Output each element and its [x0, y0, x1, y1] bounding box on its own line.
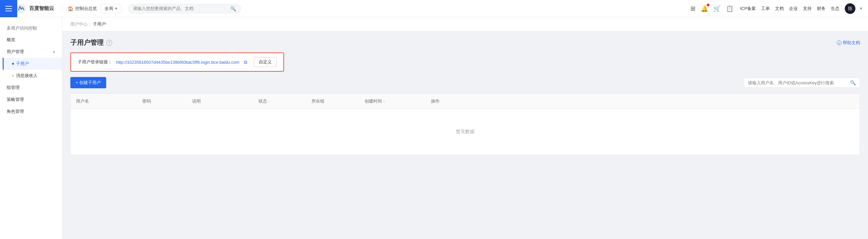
breadcrumb-current: 子用户 [93, 21, 106, 27]
help-question-icon[interactable]: ? [106, 40, 112, 46]
user-table: 用户名 密码 说明 状态 ↓ 所在组 [70, 94, 860, 155]
table-header-password: 密码 [137, 94, 187, 109]
status-sort-icon: ↓ [269, 99, 270, 103]
logo-area: 百度智能云 [16, 3, 54, 14]
sidebar-group-label: 用户管理 [7, 49, 24, 55]
login-link-label: 子用户登录链接： [78, 59, 112, 65]
customize-button[interactable]: 自定义 [254, 57, 277, 67]
svg-text:i: i [839, 41, 840, 45]
scope-chevron-icon: ▼ [115, 7, 118, 10]
orders-icon[interactable]: 📋 [726, 5, 733, 12]
user-search-input[interactable] [748, 80, 847, 85]
user-search-icon[interactable]: 🔍 [850, 80, 856, 85]
search-icon: 🔍 [230, 6, 236, 11]
table-header-description: 说明 [187, 94, 253, 109]
table-header-status[interactable]: 状态 ↓ [253, 94, 306, 109]
page-title: 子用户管理 [70, 38, 103, 47]
page-title-left: 子用户管理 ? [70, 38, 112, 47]
sidebar-sub-user-management: 子用户 消息接收人 [0, 58, 62, 82]
hamburger-button[interactable] [0, 0, 17, 17]
sidebar-group-user-management[interactable]: 用户管理 ∧ [0, 46, 62, 58]
sidebar-section-access-control: 多用户访问控制 [0, 23, 62, 34]
nav-text-links: ICP备案 工单 文档 企业 支持 财务 生态 [740, 6, 839, 11]
page-title-row: 子用户管理 ? i 帮助文档 [70, 38, 860, 47]
nav-link-enterprise[interactable]: 企业 [789, 6, 798, 11]
nav-divider-1 [62, 5, 62, 12]
breadcrumb-separator: / [90, 22, 91, 27]
main-layout: 多用户访问控制 概览 用户管理 ∧ 子用户 消息接收人 组管理 策略管理 角色管… [0, 17, 868, 239]
sidebar-message-receiver-label: 消息接收人 [16, 73, 37, 79]
help-doc-link[interactable]: i 帮助文档 [837, 40, 860, 46]
sidebar-subuser-label: 子用户 [16, 61, 29, 67]
nav-icon-group: ⊞ 🔔 🛒 📋 [690, 5, 733, 12]
top-navigation: 百度智能云 🏠 控制台总览 全局 ▼ 🔍 ⊞ 🔔 🛒 📋 ICP备案 工单 文档… [0, 0, 868, 17]
sidebar-item-group-management[interactable]: 组管理 [0, 82, 62, 94]
content-area: 子用户管理 ? i 帮助文档 子用户登录链接： http://332356165… [62, 32, 868, 162]
nav-link-support[interactable]: 支持 [803, 6, 812, 11]
control-center-label: 控制台总览 [75, 6, 97, 11]
svg-point-2 [22, 7, 23, 8]
login-link-box: 子用户登录链接： http://33235616507d4435be139bf6… [70, 53, 284, 72]
scope-label: 全局 [104, 6, 113, 11]
sidebar-item-subuser[interactable]: 子用户 [3, 58, 62, 70]
sidebar-expand-icon: ∧ [53, 50, 55, 54]
action-row: + 创建子用户 🔍 [70, 77, 860, 88]
sidebar: 多用户访问控制 概览 用户管理 ∧ 子用户 消息接收人 组管理 策略管理 角色管… [0, 17, 62, 239]
info-icon: i [837, 40, 841, 45]
created-time-sort-icon: ↕ [383, 99, 385, 103]
active-dot [12, 63, 14, 65]
table-header: 用户名 密码 说明 状态 ↓ 所在组 [71, 94, 860, 109]
sidebar-role-label: 角色管理 [7, 109, 24, 115]
hamburger-icon [3, 3, 14, 14]
nav-link-icp[interactable]: ICP备案 [740, 6, 756, 11]
sidebar-policy-label: 策略管理 [7, 97, 24, 102]
user-avatar[interactable]: 陈 [845, 3, 856, 14]
notification-badge [707, 4, 709, 6]
table-header-created-time[interactable]: 创建时间 ↕ [359, 94, 426, 109]
svg-point-1 [19, 6, 21, 7]
sidebar-item-policy-management[interactable]: 策略管理 [0, 94, 62, 106]
copy-icon[interactable]: ⧉ [244, 59, 247, 65]
scope-selector[interactable]: 全局 ▼ [101, 4, 121, 13]
table-header-actions: 操作 [426, 94, 860, 109]
main-content: 用户中心 / 子用户 子用户管理 ? i 帮助文档 [62, 17, 868, 239]
sidebar-overview-label: 概览 [7, 37, 15, 43]
breadcrumb: 用户中心 / 子用户 [62, 17, 868, 32]
breadcrumb-parent[interactable]: 用户中心 [70, 21, 88, 27]
sidebar-group-management-label: 组管理 [7, 85, 20, 91]
sidebar-item-overview[interactable]: 概览 [0, 34, 62, 46]
logo-text: 百度智能云 [29, 5, 54, 11]
create-subuser-button[interactable]: + 创建子用户 [70, 77, 106, 88]
control-center-link[interactable]: 🏠 控制台总览 [68, 6, 97, 11]
nav-link-ticket[interactable]: 工单 [761, 6, 770, 11]
logo-icon [16, 3, 27, 14]
login-link-url[interactable]: http://33235616507d4435be139bf60bac5ff8.… [116, 60, 239, 65]
help-doc-label: 帮助文档 [843, 40, 860, 46]
nav-link-finance[interactable]: 财务 [817, 6, 826, 11]
cart-icon[interactable]: 🛒 [713, 5, 721, 12]
table-header-username: 用户名 [71, 94, 137, 109]
avatar-dropdown-icon[interactable]: ▼ [859, 7, 863, 10]
nav-link-ecosystem[interactable]: 生态 [831, 6, 839, 11]
search-input[interactable] [133, 6, 230, 11]
sidebar-message-dot [12, 75, 14, 77]
search-box: 🔍 [744, 78, 860, 88]
notification-icon[interactable]: 🔔 [701, 5, 708, 12]
apps-icon[interactable]: ⊞ [690, 5, 695, 12]
table-empty-state: 暂无数据 [71, 109, 860, 155]
sidebar-item-message-receiver[interactable]: 消息接收人 [3, 70, 62, 82]
sidebar-item-role-management[interactable]: 角色管理 [0, 106, 62, 118]
table-header-group: 所在组 [306, 94, 359, 109]
search-bar: 🔍 [128, 4, 241, 13]
nav-link-docs[interactable]: 文档 [775, 6, 784, 11]
